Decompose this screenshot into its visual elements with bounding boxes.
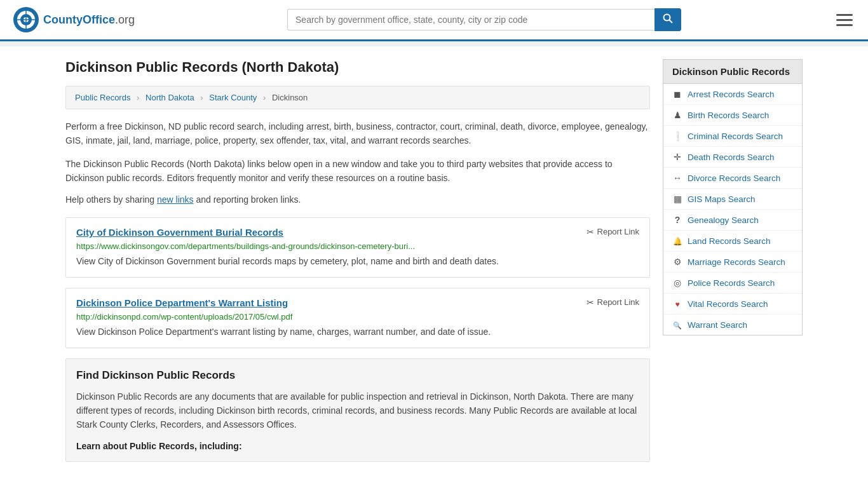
sidebar-label-8: Marriage Records Search	[688, 257, 785, 267]
breadcrumb-dickinson: Dickinson	[272, 93, 308, 102]
sidebar-list: Arrest Records SearchBirth Records Searc…	[663, 84, 803, 336]
share-text-before: Help others by sharing	[65, 194, 157, 205]
sidebar-item-0[interactable]: Arrest Records Search	[663, 84, 802, 105]
sidebar-icon-2	[672, 131, 682, 141]
share-text-after: and reporting broken links.	[194, 194, 301, 205]
sidebar-item-1[interactable]: Birth Records Search	[663, 105, 802, 126]
header: CountyOffice.org	[0, 0, 868, 41]
sidebar-label-2: Criminal Records Search	[688, 132, 783, 141]
sidebar-label-11: Warrant Search	[688, 320, 747, 330]
sidebar-icon-0	[672, 89, 682, 99]
sidebar-item-5[interactable]: GIS Maps Search	[663, 189, 802, 210]
sidebar-item-4[interactable]: Divorce Records Search	[663, 168, 802, 189]
breadcrumb-public-records[interactable]: Public Records	[75, 93, 130, 102]
sidebar-label-10: Vital Records Search	[688, 299, 768, 309]
report-link-button-1[interactable]: ✂ Report Link	[587, 297, 639, 308]
sidebar-icon-10	[672, 299, 682, 309]
breadcrumb: Public Records › North Dakota › Stark Co…	[65, 86, 650, 109]
sidebar-item-10[interactable]: Vital Records Search	[663, 294, 802, 315]
record-desc-0: View City of Dickinson Government burial…	[76, 255, 639, 268]
svg-line-7	[670, 20, 673, 24]
sidebar-icon-7	[672, 236, 682, 246]
search-icon	[663, 13, 673, 24]
sidebar-item-9[interactable]: Police Records Search	[663, 273, 802, 294]
breadcrumb-sep-1: ›	[137, 93, 139, 102]
learn-title: Learn about Public Records, including:	[76, 441, 639, 451]
new-links-link[interactable]: new links	[157, 194, 194, 205]
record-url-1[interactable]: http://dickinsonpd.com/wp-content/upload…	[76, 312, 639, 322]
sidebar-icon-3	[672, 152, 682, 162]
sidebar-icon-11	[672, 320, 682, 330]
record-card-title-1[interactable]: Dickinson Police Department's Warrant Li…	[76, 297, 288, 308]
share-text: Help others by sharing new links and rep…	[65, 194, 650, 205]
search-button[interactable]	[654, 8, 681, 31]
sidebar-item-11[interactable]: Warrant Search	[663, 315, 802, 335]
record-card-1: Dickinson Police Department's Warrant Li…	[65, 288, 650, 348]
record-url-0[interactable]: https://www.dickinsongov.com/departments…	[76, 241, 639, 251]
record-desc-1: View Dickinson Police Department's warra…	[76, 325, 639, 339]
record-card-title-0[interactable]: City of Dickinson Government Burial Reco…	[76, 227, 283, 238]
sidebar-item-6[interactable]: Genealogy Search	[663, 210, 802, 231]
record-card-header-1: Dickinson Police Department's Warrant Li…	[76, 297, 639, 308]
report-link-label-0: Report Link	[597, 227, 639, 236]
search-area	[287, 8, 681, 31]
svg-point-6	[664, 15, 670, 21]
breadcrumb-sep-2: ›	[200, 93, 203, 102]
report-link-label-1: Report Link	[597, 297, 639, 307]
top-nav-bar	[0, 41, 868, 46]
content-area: Dickinson Public Records (North Dakota) …	[65, 59, 650, 462]
sidebar-item-8[interactable]: Marriage Records Search	[663, 252, 802, 273]
sidebar-title: Dickinson Public Records	[663, 59, 803, 84]
report-link-button-0[interactable]: ✂ Report Link	[587, 227, 639, 237]
main-layout: Dickinson Public Records (North Dakota) …	[53, 46, 815, 475]
sidebar-label-0: Arrest Records Search	[688, 90, 775, 99]
sidebar-label-6: Genealogy Search	[688, 215, 759, 225]
scissors-icon-0: ✂	[587, 227, 594, 237]
sidebar-item-2[interactable]: Criminal Records Search	[663, 126, 802, 147]
find-section: Find Dickinson Public Records Dickinson …	[65, 358, 650, 462]
logo-text: CountyOffice.org	[43, 13, 135, 27]
logo-icon	[13, 6, 39, 33]
sidebar-label-1: Birth Records Search	[688, 111, 769, 120]
sidebar-label-9: Police Records Search	[688, 278, 775, 288]
find-section-title: Find Dickinson Public Records	[76, 369, 639, 382]
breadcrumb-sep-3: ›	[263, 93, 266, 102]
intro-paragraph-1: Perform a free Dickinson, ND public reco…	[65, 119, 650, 148]
sidebar-label-5: GIS Maps Search	[688, 194, 756, 204]
breadcrumb-north-dakota[interactable]: North Dakota	[146, 93, 194, 102]
sidebar-label-3: Death Records Search	[688, 152, 775, 162]
intro-paragraph-2: The Dickinson Public Records (North Dako…	[65, 157, 650, 186]
logo-area: CountyOffice.org	[13, 6, 135, 33]
scissors-icon-1: ✂	[587, 297, 594, 308]
breadcrumb-stark-county[interactable]: Stark County	[209, 93, 257, 102]
sidebar-icon-6	[672, 215, 682, 225]
menu-bar-1	[836, 14, 853, 16]
search-input[interactable]	[287, 9, 654, 30]
sidebar-icon-8	[672, 257, 682, 267]
sidebar-icon-4	[672, 173, 682, 183]
sidebar-icon-1	[672, 110, 682, 120]
sidebar-item-3[interactable]: Death Records Search	[663, 147, 802, 168]
record-card-0: City of Dickinson Government Burial Reco…	[65, 217, 650, 278]
sidebar-label-4: Divorce Records Search	[688, 173, 780, 183]
page-title: Dickinson Public Records (North Dakota)	[65, 59, 650, 76]
sidebar-icon-9	[672, 278, 682, 288]
sidebar-icon-5	[672, 194, 682, 204]
menu-bar-2	[836, 19, 853, 21]
sidebar-label-7: Land Records Search	[688, 236, 771, 246]
sidebar-item-7[interactable]: Land Records Search	[663, 231, 802, 252]
record-card-header-0: City of Dickinson Government Burial Reco…	[76, 227, 639, 238]
menu-bar-3	[836, 24, 853, 26]
find-section-desc: Dickinson Public Records are any documen…	[76, 390, 639, 432]
menu-button[interactable]	[834, 11, 855, 29]
sidebar: Dickinson Public Records Arrest Records …	[663, 59, 803, 462]
